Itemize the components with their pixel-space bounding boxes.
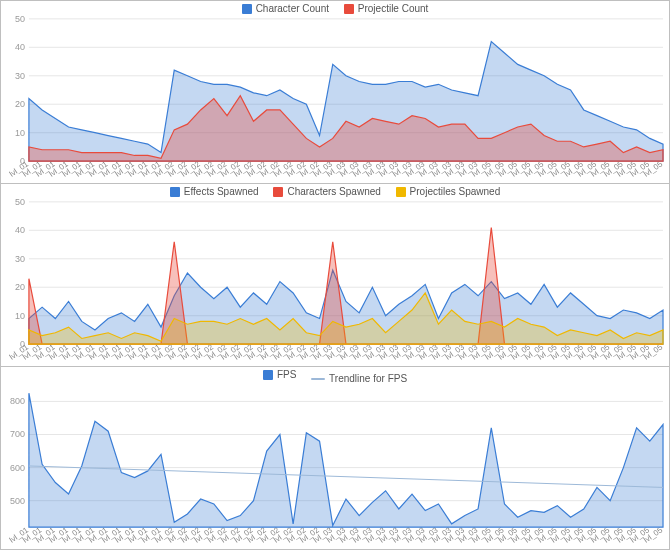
plot-area: 01020304050lvl_01lvl_01lvl_01lvl_01lvl_0… <box>1 184 669 366</box>
chart-spawned: Effects Spawned Characters Spawned Proje… <box>0 183 670 367</box>
svg-text:50: 50 <box>15 14 25 24</box>
chart-counts: Character Count Projectile Count 0102030… <box>0 0 670 184</box>
svg-text:20: 20 <box>15 99 25 109</box>
svg-text:10: 10 <box>15 128 25 138</box>
svg-text:600: 600 <box>10 463 25 473</box>
svg-text:500: 500 <box>10 496 25 506</box>
svg-text:800: 800 <box>10 396 25 406</box>
chart-stack: Character Count Projectile Count 0102030… <box>0 0 670 550</box>
plot-area: 500600700800lvl_01lvl_01lvl_01lvl_01lvl_… <box>1 367 669 549</box>
svg-text:40: 40 <box>15 225 25 235</box>
svg-text:700: 700 <box>10 430 25 440</box>
svg-text:40: 40 <box>15 42 25 52</box>
svg-text:30: 30 <box>15 254 25 264</box>
svg-text:20: 20 <box>15 282 25 292</box>
svg-text:30: 30 <box>15 71 25 81</box>
chart-fps: FPS Trendline for FPS 500600700800lvl_01… <box>0 366 670 550</box>
svg-text:50: 50 <box>15 197 25 207</box>
svg-text:10: 10 <box>15 311 25 321</box>
plot-area: 01020304050lvl_01lvl_01lvl_01lvl_01lvl_0… <box>1 1 669 183</box>
